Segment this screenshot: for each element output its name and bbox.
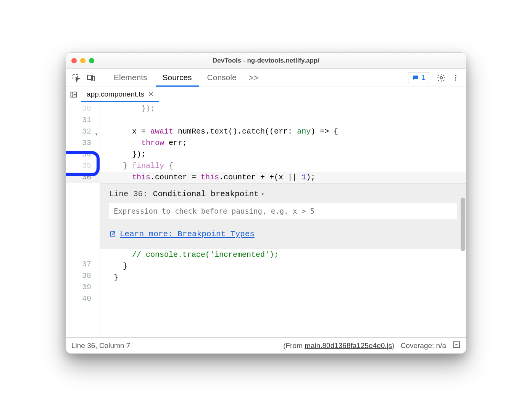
minimize-icon[interactable] — [80, 58, 85, 63]
line-gutter-lower[interactable]: 37 38 39 40 — [66, 258, 100, 304]
source-map-info: (From main.80d1368fa125e4e0.js) — [283, 342, 395, 350]
inspect-element-icon[interactable] — [70, 71, 83, 84]
kebab-menu-icon[interactable] — [449, 71, 462, 84]
traffic-lights — [71, 58, 94, 63]
line-number[interactable]: 38 — [66, 270, 100, 282]
code-editor[interactable]: 30 31 32 33 34 35 36 }); x = await numRe… — [66, 102, 466, 337]
code-line: }); — [100, 103, 466, 114]
code-line: throw err; — [100, 137, 466, 149]
titlebar: DevTools - ng-devtools.netlify.app/ — [66, 53, 466, 69]
line-number[interactable]: 31 — [66, 114, 100, 126]
line-number[interactable]: 39 — [66, 282, 100, 293]
tab-sources[interactable]: Sources — [156, 69, 199, 87]
breakpoint-type-dropdown[interactable]: Conditional breakpoint — [153, 190, 264, 198]
code-line: // console.trace('incremented'); — [100, 249, 466, 261]
status-bar: Line 36, Column 7 (From main.80d1368fa12… — [66, 337, 466, 353]
drawer-toggle-icon[interactable] — [452, 340, 461, 351]
line-number[interactable]: 35 — [66, 160, 100, 172]
issues-count: 1 — [421, 74, 425, 82]
divider — [102, 73, 102, 83]
breakpoint-line-label: Line 36: — [109, 190, 148, 198]
panel-toolbar: Elements Sources Console >> 1 — [66, 69, 466, 87]
devtools-window: DevTools - ng-devtools.netlify.app/ Elem… — [66, 52, 466, 354]
file-tab-bar: app.component.ts ✕ — [66, 87, 466, 102]
code-line — [100, 284, 466, 295]
line-number[interactable]: 40 — [66, 293, 100, 304]
cursor-position: Line 36, Column 7 — [71, 342, 130, 350]
svg-point-3 — [440, 77, 442, 79]
svg-point-5 — [455, 77, 456, 78]
breakpoint-expression-input[interactable] — [109, 203, 457, 219]
learn-more-label: Learn more: Breakpoint Types — [120, 230, 255, 238]
code-line: }); — [100, 149, 466, 160]
code-line: x = await numRes.text().catch((err: any)… — [100, 126, 466, 137]
svg-point-4 — [455, 75, 456, 76]
svg-point-6 — [455, 79, 456, 81]
breakpoint-widget: Line 36: Conditional breakpoint Learn mo… — [100, 183, 466, 249]
gear-icon[interactable] — [435, 71, 448, 84]
window-title: DevTools - ng-devtools.netlify.app/ — [66, 57, 466, 64]
file-tab-label: app.component.ts — [87, 90, 144, 98]
line-number[interactable]: 33 — [66, 137, 100, 149]
scrollbar-thumb[interactable] — [461, 198, 465, 251]
line-number[interactable]: 37 — [66, 259, 100, 270]
device-toolbar-icon[interactable] — [84, 71, 97, 84]
line-number[interactable]: 36 — [66, 172, 100, 183]
close-tab-icon[interactable]: ✕ — [148, 90, 154, 98]
code-line: } — [100, 272, 466, 284]
learn-more-link[interactable]: Learn more: Breakpoint Types — [109, 230, 255, 238]
source-map-link[interactable]: main.80d1368fa125e4e0.js — [305, 342, 392, 350]
line-number[interactable]: 34 — [66, 149, 100, 160]
code-line — [100, 114, 466, 126]
code-column[interactable]: }); x = await numRes.text().catch((err: … — [100, 102, 466, 337]
code-line: this.counter = this.counter + +(x || 1); — [100, 172, 466, 183]
tab-elements[interactable]: Elements — [107, 69, 154, 87]
more-tabs-icon[interactable]: >> — [249, 73, 259, 83]
file-tab-active[interactable]: app.component.ts ✕ — [81, 87, 159, 102]
coverage-label: Coverage: n/a — [401, 342, 446, 350]
code-line: } — [100, 261, 466, 272]
code-line: } finally { — [100, 160, 466, 172]
navigator-toggle-icon[interactable] — [66, 87, 81, 102]
close-icon[interactable] — [71, 58, 77, 63]
maximize-icon[interactable] — [89, 58, 94, 63]
line-number[interactable]: 32 — [66, 126, 100, 137]
issues-badge[interactable]: 1 — [408, 72, 429, 83]
tab-console[interactable]: Console — [200, 69, 243, 87]
line-number[interactable]: 30 — [66, 103, 100, 114]
